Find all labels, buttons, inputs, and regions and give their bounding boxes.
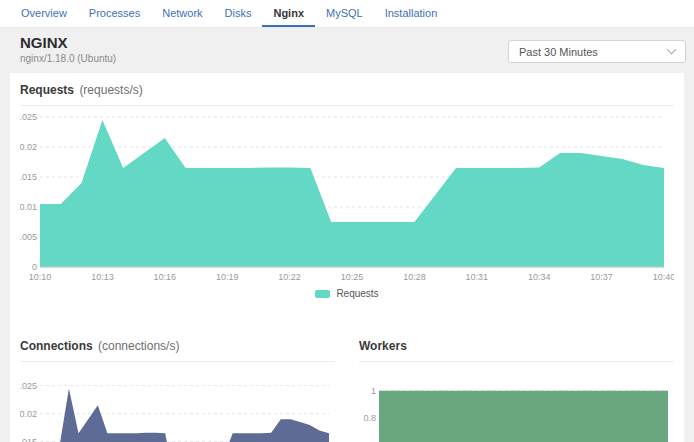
requests-legend-swatch — [315, 290, 330, 298]
workers-chart[interactable]: 10.80.60.40.2010:1010:1310:1610:1910:221… — [359, 370, 674, 442]
requests-chart[interactable]: 0.0250.020.0150.010.005010:1010:1310:161… — [20, 107, 674, 285]
svg-text:10:16: 10:16 — [154, 272, 177, 282]
top-nav: Overview Processes Network Disks Nginx M… — [0, 0, 694, 28]
svg-text:0.01: 0.01 — [20, 202, 37, 212]
tab-processes[interactable]: Processes — [78, 1, 151, 27]
tab-network[interactable]: Network — [151, 1, 213, 27]
workers-title-text: Workers — [359, 339, 407, 353]
divider — [359, 361, 674, 362]
requests-unit-text: (requests/s) — [79, 83, 142, 97]
tab-disks[interactable]: Disks — [214, 1, 263, 27]
svg-text:10:22: 10:22 — [278, 272, 301, 282]
requests-legend-label: Requests — [336, 288, 378, 299]
app-root: Overview Processes Network Disks Nginx M… — [0, 0, 694, 442]
svg-text:10:31: 10:31 — [466, 272, 489, 282]
divider — [20, 361, 335, 362]
divider — [20, 105, 674, 106]
svg-text:0.8: 0.8 — [363, 413, 376, 423]
svg-text:0.005: 0.005 — [20, 232, 37, 242]
svg-text:0.025: 0.025 — [20, 381, 37, 391]
page-title: NGINX — [20, 34, 116, 52]
bottom-charts-row: Connections (connections/s) 0.0250.020.0… — [20, 339, 674, 442]
requests-chart-section: Requests (requests/s) 0.0250.020.0150.01… — [20, 83, 674, 299]
tab-nginx[interactable]: Nginx — [262, 1, 315, 27]
time-range-select[interactable]: Past 30 Minutes — [508, 40, 686, 63]
workers-chart-title: Workers — [359, 339, 674, 354]
connections-unit-text: (connections/s) — [98, 339, 179, 353]
svg-text:10:10: 10:10 — [29, 272, 52, 282]
page-subtitle: nginx/1.18.0 (Ubuntu) — [20, 52, 116, 65]
svg-text:10:34: 10:34 — [528, 272, 551, 282]
workers-chart-section: Workers 10.80.60.40.2010:1010:1310:1610:… — [359, 339, 674, 442]
svg-text:10:40: 10:40 — [653, 272, 674, 282]
page-header: NGINX nginx/1.18.0 (Ubuntu) Past 30 Minu… — [0, 28, 694, 73]
tab-mysql[interactable]: MySQL — [315, 1, 374, 27]
connections-chart-section: Connections (connections/s) 0.0250.020.0… — [20, 339, 335, 442]
svg-text:1: 1 — [371, 386, 376, 396]
svg-text:10:25: 10:25 — [341, 272, 364, 282]
content-card: Requests (requests/s) 0.0250.020.0150.01… — [10, 73, 684, 442]
svg-text:0.02: 0.02 — [20, 409, 37, 419]
tab-overview[interactable]: Overview — [10, 1, 78, 27]
svg-text:10:19: 10:19 — [216, 272, 239, 282]
svg-text:0.025: 0.025 — [20, 112, 37, 122]
page-title-block: NGINX nginx/1.18.0 (Ubuntu) — [20, 34, 116, 65]
svg-text:10:37: 10:37 — [590, 272, 613, 282]
chevron-down-icon — [667, 45, 677, 55]
requests-legend-item[interactable]: Requests — [315, 288, 378, 299]
connections-title-text: Connections — [20, 339, 93, 353]
svg-text:0.02: 0.02 — [20, 142, 37, 152]
svg-text:0.015: 0.015 — [20, 172, 37, 182]
connections-chart-title: Connections (connections/s) — [20, 339, 335, 354]
svg-text:0: 0 — [32, 262, 37, 272]
svg-text:10:13: 10:13 — [91, 272, 114, 282]
tab-installation[interactable]: Installation — [374, 1, 449, 27]
requests-chart-legend: Requests — [20, 288, 674, 299]
time-range-value: Past 30 Minutes — [519, 46, 598, 58]
requests-title-text: Requests — [20, 83, 74, 97]
requests-chart-title: Requests (requests/s) — [20, 83, 674, 98]
svg-text:0.015: 0.015 — [20, 437, 37, 442]
connections-chart[interactable]: 0.0250.020.0150.010.005010:1010:1310:161… — [20, 370, 335, 442]
svg-text:10:28: 10:28 — [403, 272, 426, 282]
